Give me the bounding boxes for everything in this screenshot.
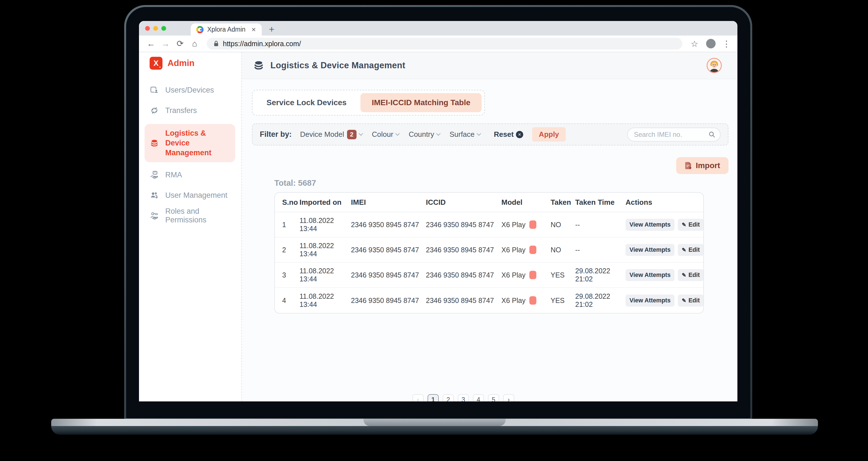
colour-swatch xyxy=(529,220,536,229)
laptop-base xyxy=(51,419,818,426)
pagination: ‹ 1 2 3 4 5 › xyxy=(242,394,702,401)
filter-bar: Filter by: Device Model 2 Colour xyxy=(252,123,728,146)
close-window-icon[interactable] xyxy=(145,26,150,31)
new-tab-icon[interactable]: + xyxy=(269,24,275,34)
rma-icon xyxy=(150,171,159,179)
avatar[interactable] xyxy=(707,58,722,73)
user-management-icon xyxy=(150,191,159,200)
view-attempts-button[interactable]: View Attempts xyxy=(625,269,675,281)
col-header: S.no xyxy=(282,198,300,207)
pagination-page-button[interactable]: 4 xyxy=(473,394,484,401)
address-bar[interactable]: https://admin.xplora.com/ xyxy=(207,38,682,50)
apply-button[interactable]: Apply xyxy=(532,127,566,142)
sidebar-item-label: Logistics & Device Management xyxy=(165,128,230,158)
page-content: Service Lock Devices IMEI-ICCID Matching… xyxy=(242,79,737,401)
edit-button[interactable]: ✎Edit xyxy=(678,244,704,256)
page-title: Logistics & Device Management xyxy=(271,60,405,70)
minimize-window-icon[interactable] xyxy=(153,26,158,31)
device-model-dropdown[interactable]: Device Model 2 xyxy=(300,130,363,139)
lock-icon xyxy=(213,40,219,47)
colour-swatch xyxy=(529,246,536,254)
database-icon xyxy=(253,60,264,71)
reload-icon[interactable]: ⟳ xyxy=(174,39,187,48)
chevron-down-icon xyxy=(436,131,441,136)
bookmark-star-icon[interactable]: ☆ xyxy=(691,39,698,49)
sidebar-item-label: RMA xyxy=(165,171,182,179)
view-attempts-button[interactable]: View Attempts xyxy=(625,219,675,231)
search-container xyxy=(627,128,721,142)
chevron-down-icon xyxy=(359,131,363,136)
view-attempts-button[interactable]: View Attempts xyxy=(625,244,675,256)
transfers-icon xyxy=(150,106,159,115)
xplora-logo: X xyxy=(150,57,162,70)
sidebar-item-label: User Management xyxy=(165,191,227,200)
edit-button[interactable]: ✎Edit xyxy=(678,295,704,307)
back-icon[interactable]: ← xyxy=(145,39,157,48)
sidebar-item-rma[interactable]: RMA xyxy=(150,168,241,182)
tab-service-lock-devices[interactable]: Service Lock Devices xyxy=(255,93,358,112)
sidebar-item-label: Users/Devices xyxy=(165,86,214,95)
chevron-down-icon xyxy=(477,131,481,136)
reset-clear-icon: ✕ xyxy=(516,131,523,138)
total-count: Total: 5687 xyxy=(274,179,704,188)
browser-profile-icon[interactable] xyxy=(706,39,716,49)
edit-button[interactable]: ✎Edit xyxy=(678,219,704,231)
tab-close-icon[interactable]: ✕ xyxy=(251,26,256,33)
canvas: Xplora Admin ✕ + ← → ⟳ ⌂ xyxy=(0,0,868,461)
laptop-frame: Xplora Admin ✕ + ← → ⟳ ⌂ xyxy=(124,5,752,420)
window-controls xyxy=(139,21,173,35)
tab-title: Xplora Admin xyxy=(207,26,246,33)
pagination-page-button[interactable]: 5 xyxy=(488,394,499,401)
colour-swatch xyxy=(529,296,536,305)
roles-permissions-icon xyxy=(150,211,159,220)
edit-button[interactable]: ✎Edit xyxy=(678,269,704,281)
pagination-page-button[interactable]: 2 xyxy=(443,394,454,401)
sidebar-item-transfers[interactable]: Transfers xyxy=(150,103,241,118)
sidebar-item-users-devices[interactable]: Users/Devices xyxy=(150,83,241,97)
surface-dropdown[interactable]: Surface xyxy=(450,130,480,139)
forward-icon[interactable]: → xyxy=(159,39,172,48)
laptop-screen: Xplora Admin ✕ + ← → ⟳ ⌂ xyxy=(126,7,750,418)
tab-imei-iccid-matching[interactable]: IMEI-ICCID Matching Table xyxy=(361,93,482,112)
users-devices-icon xyxy=(150,86,159,95)
browser-tab[interactable]: Xplora Admin ✕ xyxy=(191,24,262,35)
import-row: Import xyxy=(252,157,728,174)
browser-menu-icon[interactable]: ⋮ xyxy=(722,39,731,49)
reset-filters-button[interactable]: Reset ✕ xyxy=(494,130,523,139)
view-attempts-button[interactable]: View Attempts xyxy=(625,295,675,307)
table-row: 4 11.08.2022 13:44 2346 9350 8945 8747 2… xyxy=(275,288,703,313)
col-header: IMEI xyxy=(351,198,426,207)
search-input[interactable] xyxy=(627,128,721,142)
edit-pencil-icon: ✎ xyxy=(682,221,686,228)
edit-pencil-icon: ✎ xyxy=(682,247,686,253)
pagination-next-button[interactable]: › xyxy=(503,394,514,401)
col-header: Taken xyxy=(551,198,575,207)
browser-window: Xplora Admin ✕ + ← → ⟳ ⌂ xyxy=(139,21,737,401)
edit-pencil-icon: ✎ xyxy=(682,272,686,278)
sidebar-item-logistics[interactable]: Logistics & Device Management xyxy=(145,124,235,162)
pagination-page-button[interactable]: 3 xyxy=(458,394,469,401)
table-header-row: S.no Imported on IMEI ICCID Model Taken … xyxy=(275,193,703,212)
country-dropdown[interactable]: Country xyxy=(408,130,440,139)
laptop-base-notch xyxy=(364,419,505,426)
filter-by-label: Filter by: xyxy=(260,130,292,139)
fullscreen-window-icon[interactable] xyxy=(161,26,166,31)
table-row: 1 11.08.2022 13:44 2346 9350 8945 8747 2… xyxy=(275,212,703,238)
search-icon[interactable] xyxy=(708,131,716,138)
edit-pencil-icon: ✎ xyxy=(682,297,686,304)
home-icon[interactable]: ⌂ xyxy=(188,39,201,48)
pagination-page-button[interactable]: 1 xyxy=(428,394,439,401)
brand[interactable]: X Admin xyxy=(150,57,241,70)
colour-dropdown[interactable]: Colour xyxy=(372,130,399,139)
sidebar-item-label: Transfers xyxy=(165,106,197,115)
table-section: Total: 5687 S.no Imported on IMEI ICCID … xyxy=(274,179,704,314)
sidebar-item-roles-permissions[interactable]: Roles and Permissions xyxy=(150,209,241,223)
chevron-down-icon xyxy=(395,131,400,136)
import-button[interactable]: Import xyxy=(676,157,728,174)
pagination-prev-button[interactable]: ‹ xyxy=(412,394,424,401)
col-header: Model xyxy=(501,198,551,207)
sidebar-item-user-management[interactable]: User Management xyxy=(150,188,241,202)
devices-table: S.no Imported on IMEI ICCID Model Taken … xyxy=(274,192,704,314)
col-header: Imported on xyxy=(300,198,351,207)
admin-app: X Admin Users/Devices xyxy=(139,52,737,401)
